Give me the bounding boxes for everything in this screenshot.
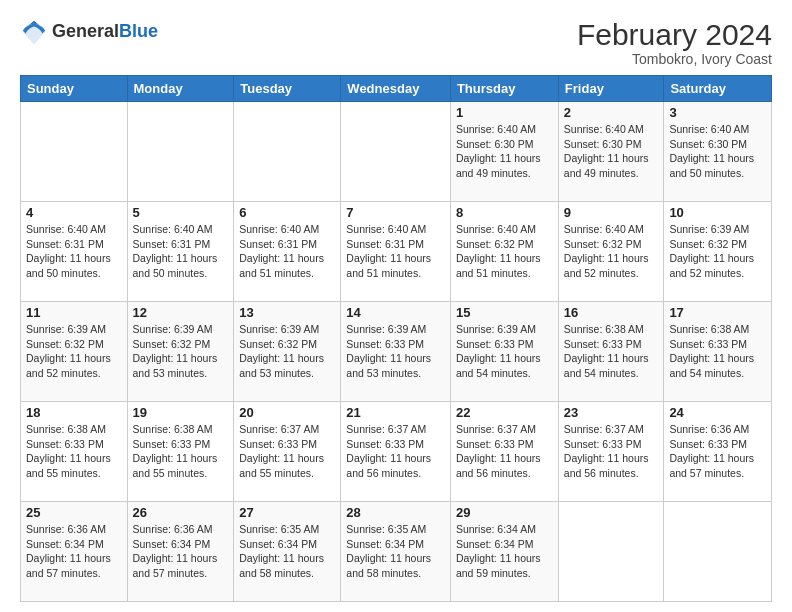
calendar-cell: 20Sunrise: 6:37 AM Sunset: 6:33 PM Dayli… <box>234 402 341 502</box>
logo-general: General <box>52 21 119 41</box>
day-info: Sunrise: 6:37 AM Sunset: 6:33 PM Dayligh… <box>239 422 335 481</box>
day-info: Sunrise: 6:37 AM Sunset: 6:33 PM Dayligh… <box>456 422 553 481</box>
logo-blue: Blue <box>119 21 158 41</box>
calendar-cell: 28Sunrise: 6:35 AM Sunset: 6:34 PM Dayli… <box>341 502 451 602</box>
day-number: 14 <box>346 305 445 320</box>
logo-icon <box>20 18 48 46</box>
calendar-col-saturday: Saturday <box>664 76 772 102</box>
day-info: Sunrise: 6:40 AM Sunset: 6:31 PM Dayligh… <box>346 222 445 281</box>
calendar-col-friday: Friday <box>558 76 664 102</box>
calendar-cell: 11Sunrise: 6:39 AM Sunset: 6:32 PM Dayli… <box>21 302 128 402</box>
calendar-cell: 10Sunrise: 6:39 AM Sunset: 6:32 PM Dayli… <box>664 202 772 302</box>
day-number: 3 <box>669 105 766 120</box>
calendar-col-tuesday: Tuesday <box>234 76 341 102</box>
day-info: Sunrise: 6:40 AM Sunset: 6:31 PM Dayligh… <box>133 222 229 281</box>
day-info: Sunrise: 6:36 AM Sunset: 6:33 PM Dayligh… <box>669 422 766 481</box>
page: GeneralBlue February 2024 Tombokro, Ivor… <box>0 0 792 612</box>
day-number: 17 <box>669 305 766 320</box>
day-info: Sunrise: 6:40 AM Sunset: 6:31 PM Dayligh… <box>239 222 335 281</box>
logo: GeneralBlue <box>20 18 158 46</box>
day-number: 28 <box>346 505 445 520</box>
day-info: Sunrise: 6:40 AM Sunset: 6:30 PM Dayligh… <box>669 122 766 181</box>
day-info: Sunrise: 6:39 AM Sunset: 6:33 PM Dayligh… <box>346 322 445 381</box>
calendar-cell <box>127 102 234 202</box>
header-right: February 2024 Tombokro, Ivory Coast <box>577 18 772 67</box>
day-info: Sunrise: 6:35 AM Sunset: 6:34 PM Dayligh… <box>239 522 335 581</box>
day-number: 23 <box>564 405 659 420</box>
day-number: 9 <box>564 205 659 220</box>
day-number: 16 <box>564 305 659 320</box>
calendar-cell: 4Sunrise: 6:40 AM Sunset: 6:31 PM Daylig… <box>21 202 128 302</box>
calendar-cell <box>558 502 664 602</box>
day-number: 5 <box>133 205 229 220</box>
day-number: 4 <box>26 205 122 220</box>
month-year: February 2024 <box>577 18 772 51</box>
calendar-cell <box>21 102 128 202</box>
day-info: Sunrise: 6:40 AM Sunset: 6:31 PM Dayligh… <box>26 222 122 281</box>
calendar-cell: 15Sunrise: 6:39 AM Sunset: 6:33 PM Dayli… <box>450 302 558 402</box>
day-info: Sunrise: 6:38 AM Sunset: 6:33 PM Dayligh… <box>669 322 766 381</box>
day-info: Sunrise: 6:38 AM Sunset: 6:33 PM Dayligh… <box>564 322 659 381</box>
day-number: 8 <box>456 205 553 220</box>
day-number: 15 <box>456 305 553 320</box>
calendar-cell: 23Sunrise: 6:37 AM Sunset: 6:33 PM Dayli… <box>558 402 664 502</box>
calendar-cell: 25Sunrise: 6:36 AM Sunset: 6:34 PM Dayli… <box>21 502 128 602</box>
day-info: Sunrise: 6:40 AM Sunset: 6:32 PM Dayligh… <box>564 222 659 281</box>
calendar-col-thursday: Thursday <box>450 76 558 102</box>
calendar-week-0: 1Sunrise: 6:40 AM Sunset: 6:30 PM Daylig… <box>21 102 772 202</box>
day-number: 20 <box>239 405 335 420</box>
calendar-cell: 27Sunrise: 6:35 AM Sunset: 6:34 PM Dayli… <box>234 502 341 602</box>
calendar-week-4: 25Sunrise: 6:36 AM Sunset: 6:34 PM Dayli… <box>21 502 772 602</box>
day-number: 19 <box>133 405 229 420</box>
calendar-col-sunday: Sunday <box>21 76 128 102</box>
day-number: 27 <box>239 505 335 520</box>
calendar-cell <box>664 502 772 602</box>
day-number: 21 <box>346 405 445 420</box>
calendar-cell: 26Sunrise: 6:36 AM Sunset: 6:34 PM Dayli… <box>127 502 234 602</box>
header: GeneralBlue February 2024 Tombokro, Ivor… <box>20 18 772 67</box>
logo-text: GeneralBlue <box>52 21 158 43</box>
day-info: Sunrise: 6:40 AM Sunset: 6:30 PM Dayligh… <box>456 122 553 181</box>
calendar-week-1: 4Sunrise: 6:40 AM Sunset: 6:31 PM Daylig… <box>21 202 772 302</box>
calendar-cell: 22Sunrise: 6:37 AM Sunset: 6:33 PM Dayli… <box>450 402 558 502</box>
calendar-col-wednesday: Wednesday <box>341 76 451 102</box>
day-number: 13 <box>239 305 335 320</box>
calendar-col-monday: Monday <box>127 76 234 102</box>
day-info: Sunrise: 6:39 AM Sunset: 6:32 PM Dayligh… <box>239 322 335 381</box>
day-info: Sunrise: 6:34 AM Sunset: 6:34 PM Dayligh… <box>456 522 553 581</box>
calendar-cell <box>341 102 451 202</box>
calendar-cell: 14Sunrise: 6:39 AM Sunset: 6:33 PM Dayli… <box>341 302 451 402</box>
day-number: 10 <box>669 205 766 220</box>
day-number: 11 <box>26 305 122 320</box>
calendar-cell: 18Sunrise: 6:38 AM Sunset: 6:33 PM Dayli… <box>21 402 128 502</box>
day-info: Sunrise: 6:40 AM Sunset: 6:30 PM Dayligh… <box>564 122 659 181</box>
calendar-cell: 6Sunrise: 6:40 AM Sunset: 6:31 PM Daylig… <box>234 202 341 302</box>
calendar-cell: 7Sunrise: 6:40 AM Sunset: 6:31 PM Daylig… <box>341 202 451 302</box>
day-info: Sunrise: 6:36 AM Sunset: 6:34 PM Dayligh… <box>133 522 229 581</box>
day-number: 6 <box>239 205 335 220</box>
day-info: Sunrise: 6:36 AM Sunset: 6:34 PM Dayligh… <box>26 522 122 581</box>
day-info: Sunrise: 6:37 AM Sunset: 6:33 PM Dayligh… <box>346 422 445 481</box>
day-number: 1 <box>456 105 553 120</box>
calendar-cell: 12Sunrise: 6:39 AM Sunset: 6:32 PM Dayli… <box>127 302 234 402</box>
calendar-cell: 24Sunrise: 6:36 AM Sunset: 6:33 PM Dayli… <box>664 402 772 502</box>
day-number: 2 <box>564 105 659 120</box>
calendar-week-2: 11Sunrise: 6:39 AM Sunset: 6:32 PM Dayli… <box>21 302 772 402</box>
calendar-cell: 8Sunrise: 6:40 AM Sunset: 6:32 PM Daylig… <box>450 202 558 302</box>
calendar-cell: 29Sunrise: 6:34 AM Sunset: 6:34 PM Dayli… <box>450 502 558 602</box>
day-info: Sunrise: 6:40 AM Sunset: 6:32 PM Dayligh… <box>456 222 553 281</box>
calendar-cell <box>234 102 341 202</box>
calendar-cell: 2Sunrise: 6:40 AM Sunset: 6:30 PM Daylig… <box>558 102 664 202</box>
day-number: 29 <box>456 505 553 520</box>
calendar-cell: 19Sunrise: 6:38 AM Sunset: 6:33 PM Dayli… <box>127 402 234 502</box>
calendar-cell: 9Sunrise: 6:40 AM Sunset: 6:32 PM Daylig… <box>558 202 664 302</box>
calendar-cell: 1Sunrise: 6:40 AM Sunset: 6:30 PM Daylig… <box>450 102 558 202</box>
day-number: 26 <box>133 505 229 520</box>
calendar-cell: 3Sunrise: 6:40 AM Sunset: 6:30 PM Daylig… <box>664 102 772 202</box>
day-number: 25 <box>26 505 122 520</box>
calendar-cell: 21Sunrise: 6:37 AM Sunset: 6:33 PM Dayli… <box>341 402 451 502</box>
day-number: 7 <box>346 205 445 220</box>
day-info: Sunrise: 6:38 AM Sunset: 6:33 PM Dayligh… <box>133 422 229 481</box>
calendar-cell: 13Sunrise: 6:39 AM Sunset: 6:32 PM Dayli… <box>234 302 341 402</box>
day-number: 22 <box>456 405 553 420</box>
